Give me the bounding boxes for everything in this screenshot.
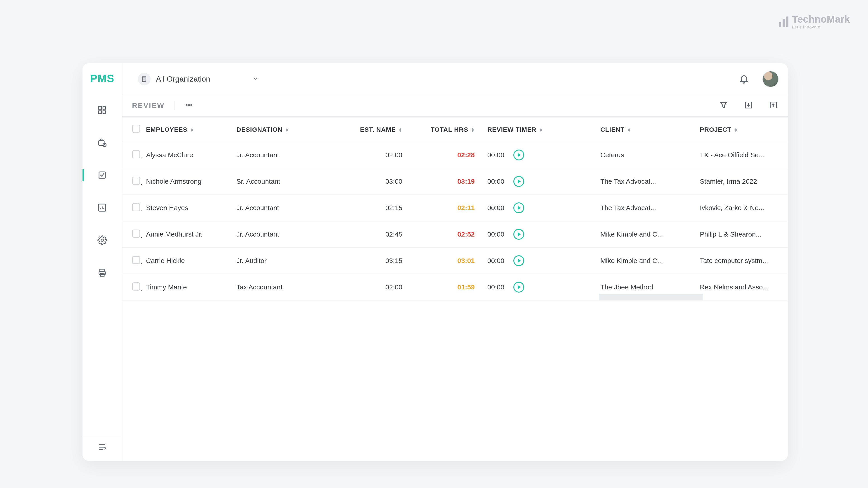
row-checkbox[interactable] [132,203,140,211]
table-header-row: EMPLOYEES▲▼ DESIGNATION▲▼ EST. NAME▲▼ TO… [122,118,788,142]
cell-employee: Timmy Mante [143,274,233,300]
table-row: Carrie HickleJr. Auditor03:1503:0100:00M… [122,248,788,274]
printer-icon [97,268,107,278]
collapse-sidebar[interactable] [83,436,122,452]
topbar: All Organization [122,63,788,95]
nav-work[interactable] [83,135,122,150]
org-label: All Organization [156,74,210,84]
building-icon [138,73,151,86]
separator [175,101,175,110]
collapse-icon [97,442,107,452]
cell-client: The Tax Advocat... [597,168,696,195]
grid-icon [97,105,107,115]
col-employees[interactable]: EMPLOYEES▲▼ [143,118,233,142]
col-designation[interactable]: DESIGNATION▲▼ [233,118,330,142]
cell-est: 03:00 [330,168,416,195]
org-selector[interactable]: All Organization [131,71,266,87]
filter-icon [719,101,728,109]
review-table: EMPLOYEES▲▼ DESIGNATION▲▼ EST. NAME▲▼ TO… [122,118,788,300]
cell-client: The Tax Advocat... [597,195,696,221]
col-est-name[interactable]: EST. NAME▲▼ [330,118,416,142]
more-button[interactable] [185,101,193,110]
bell-icon [739,74,749,84]
app-logo[interactable]: PMS [90,72,114,85]
cell-est: 02:00 [330,274,416,300]
svg-rect-0 [98,106,101,109]
briefcase-clock-icon [97,138,107,147]
sort-icon: ▲▼ [734,128,738,132]
download-icon [744,101,753,109]
nav-reports[interactable] [83,200,122,215]
col-total-hrs[interactable]: TOTAL HRS▲▼ [416,118,484,142]
cell-employee: Nichole Armstrong [143,168,233,195]
user-avatar[interactable] [763,71,779,87]
cell-employee: Carrie Hickle [143,248,233,274]
main-panel: All Organization REVIEW [122,63,788,461]
table-row: Annie Medhurst Jr.Jr. Accountant02:4502:… [122,221,788,248]
notifications-button[interactable] [739,74,749,85]
cell-client: Ceterus [597,142,696,168]
filter-button[interactable] [719,101,728,110]
cell-timer: 00:00 [484,221,597,248]
sort-icon: ▲▼ [285,128,289,132]
table-row: Nichole ArmstrongSr. Accountant03:0003:1… [122,168,788,195]
sort-icon: ▲▼ [190,128,194,132]
sort-icon: ▲▼ [539,128,543,132]
export-button[interactable] [769,101,778,110]
cell-timer: 00:00 [484,142,597,168]
import-button[interactable] [744,101,753,110]
cell-total: 02:52 [416,221,484,248]
cell-designation: Jr. Accountant [233,142,330,168]
play-button[interactable] [513,282,524,293]
row-checkbox[interactable] [132,283,140,291]
cell-project: Tate computer systm... [696,248,788,274]
cell-designation: Jr. Accountant [233,221,330,248]
decorative-shadow [599,294,703,300]
brand-name: TechnoMark [792,13,850,25]
cell-designation: Sr. Accountant [233,168,330,195]
col-review-timer[interactable]: REVIEW TIMER▲▼ [484,118,597,142]
cell-employee: Alyssa McClure [143,142,233,168]
cell-total: 03:01 [416,248,484,274]
nav-settings[interactable] [83,233,122,248]
row-checkbox[interactable] [132,256,140,264]
svg-point-12 [186,104,187,106]
chevron-down-icon [216,75,258,83]
cell-project: Rex Nelms and Asso... [696,274,788,300]
cell-total: 03:19 [416,168,484,195]
brand-bars-icon [779,17,788,27]
cell-employee: Annie Medhurst Jr. [143,221,233,248]
cell-client: Mike Kimble and C... [597,221,696,248]
cell-est: 02:00 [330,142,416,168]
cell-client: Mike Kimble and C... [597,248,696,274]
col-project[interactable]: PROJECT▲▼ [696,118,788,142]
cell-est: 03:15 [330,248,416,274]
row-checkbox[interactable] [132,177,140,185]
cell-timer: 00:00 [484,248,597,274]
play-button[interactable] [513,150,524,160]
nav-dashboard[interactable] [83,103,122,117]
cell-project: Ivkovic, Zarko & Ne... [696,195,788,221]
svg-rect-2 [98,111,101,113]
row-checkbox[interactable] [132,230,140,238]
play-button[interactable] [513,255,524,266]
play-button[interactable] [513,176,524,187]
cell-est: 02:45 [330,221,416,248]
checklist-icon [97,170,107,180]
row-checkbox[interactable] [132,150,140,158]
svg-rect-1 [103,106,106,109]
nav-review[interactable] [83,168,122,182]
cell-total: 01:59 [416,274,484,300]
cell-timer: 00:00 [484,274,597,300]
svg-point-14 [191,104,192,106]
col-client[interactable]: CLIENT▲▼ [597,118,696,142]
cell-designation: Tax Accountant [233,274,330,300]
cell-employee: Steven Hayes [143,195,233,221]
play-button[interactable] [513,229,524,240]
nav-print[interactable] [83,265,122,280]
sort-icon: ▲▼ [399,128,402,132]
svg-point-8 [101,239,103,241]
select-all-checkbox[interactable] [132,125,140,133]
play-button[interactable] [513,202,524,213]
page-toolbar: REVIEW [122,95,788,118]
